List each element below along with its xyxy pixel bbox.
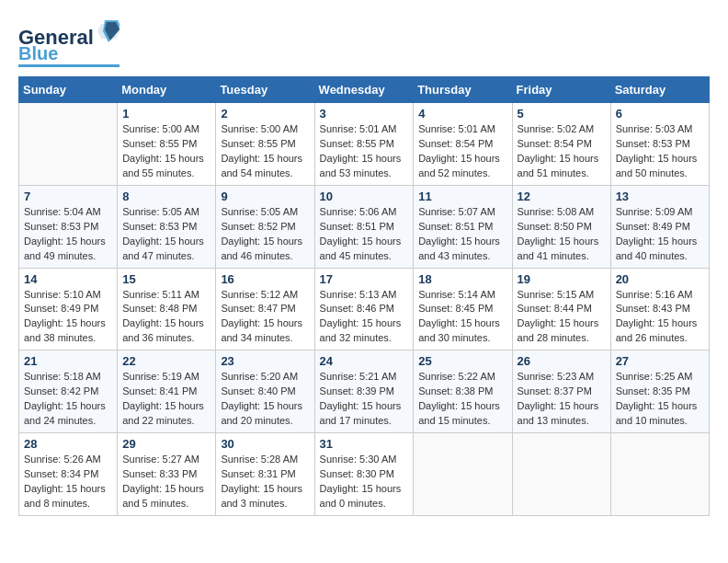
day-info: Sunrise: 5:27 AMSunset: 8:33 PMDaylight:… <box>122 453 210 511</box>
day-info: Sunrise: 5:22 AMSunset: 8:38 PMDaylight:… <box>418 370 506 429</box>
calendar-cell: 25Sunrise: 5:22 AMSunset: 8:38 PMDayligh… <box>414 350 512 433</box>
day-info: Sunrise: 5:00 AMSunset: 8:55 PMDaylight:… <box>122 122 210 181</box>
calendar-cell <box>512 433 610 516</box>
calendar-cell: 17Sunrise: 5:13 AMSunset: 8:46 PMDayligh… <box>314 268 414 350</box>
day-info: Sunrise: 5:21 AMSunset: 8:39 PMDaylight:… <box>320 370 409 429</box>
day-info: Sunrise: 5:30 AMSunset: 8:30 PMDaylight:… <box>320 453 409 511</box>
calendar-cell: 1Sunrise: 5:00 AMSunset: 8:55 PMDaylight… <box>118 103 216 186</box>
day-number: 2 <box>221 107 309 121</box>
day-info: Sunrise: 5:05 AMSunset: 8:52 PMDaylight:… <box>221 205 309 264</box>
day-number: 4 <box>418 107 506 121</box>
calendar-header-row: SundayMondayTuesdayWednesdayThursdayFrid… <box>19 77 710 103</box>
calendar-cell: 23Sunrise: 5:20 AMSunset: 8:40 PMDayligh… <box>216 350 314 433</box>
day-number: 8 <box>122 190 210 203</box>
day-info: Sunrise: 5:26 AMSunset: 8:34 PMDaylight:… <box>24 453 112 511</box>
calendar-cell: 6Sunrise: 5:03 AMSunset: 8:53 PMDaylight… <box>610 103 709 186</box>
day-number: 20 <box>616 272 704 286</box>
day-number: 19 <box>518 272 606 286</box>
page-header: General Blue <box>18 18 710 67</box>
calendar-cell: 24Sunrise: 5:21 AMSunset: 8:39 PMDayligh… <box>314 350 414 433</box>
calendar-cell <box>19 103 118 186</box>
day-info: Sunrise: 5:05 AMSunset: 8:53 PMDaylight:… <box>122 205 210 264</box>
day-info: Sunrise: 5:10 AMSunset: 8:49 PMDaylight:… <box>24 288 112 347</box>
calendar-cell: 16Sunrise: 5:12 AMSunset: 8:47 PMDayligh… <box>216 268 314 350</box>
day-number: 12 <box>518 190 606 203</box>
calendar-cell: 26Sunrise: 5:23 AMSunset: 8:37 PMDayligh… <box>512 350 610 433</box>
calendar-week-row: 7Sunrise: 5:04 AMSunset: 8:53 PMDaylight… <box>19 185 710 268</box>
calendar-cell: 29Sunrise: 5:27 AMSunset: 8:33 PMDayligh… <box>118 433 216 516</box>
calendar-cell: 12Sunrise: 5:08 AMSunset: 8:50 PMDayligh… <box>512 185 610 268</box>
day-info: Sunrise: 5:00 AMSunset: 8:55 PMDaylight:… <box>221 122 309 181</box>
day-number: 28 <box>24 437 112 451</box>
calendar-cell <box>414 433 512 516</box>
logo-divider <box>18 64 119 67</box>
calendar-table: SundayMondayTuesdayWednesdayThursdayFrid… <box>18 76 710 516</box>
calendar-cell: 18Sunrise: 5:14 AMSunset: 8:45 PMDayligh… <box>414 268 512 350</box>
day-number: 16 <box>221 272 309 286</box>
column-header-wednesday: Wednesday <box>314 77 414 103</box>
calendar-cell: 5Sunrise: 5:02 AMSunset: 8:54 PMDaylight… <box>512 103 610 186</box>
day-info: Sunrise: 5:12 AMSunset: 8:47 PMDaylight:… <box>221 288 309 347</box>
day-number: 30 <box>221 437 309 451</box>
day-info: Sunrise: 5:19 AMSunset: 8:41 PMDaylight:… <box>122 370 210 429</box>
calendar-week-row: 1Sunrise: 5:00 AMSunset: 8:55 PMDaylight… <box>19 103 710 186</box>
day-number: 18 <box>418 272 506 286</box>
day-number: 6 <box>616 107 704 121</box>
day-number: 11 <box>418 190 506 203</box>
column-header-sunday: Sunday <box>19 77 118 103</box>
day-info: Sunrise: 5:11 AMSunset: 8:48 PMDaylight:… <box>122 288 210 347</box>
day-info: Sunrise: 5:20 AMSunset: 8:40 PMDaylight:… <box>221 370 309 429</box>
day-info: Sunrise: 5:18 AMSunset: 8:42 PMDaylight:… <box>24 370 112 429</box>
day-number: 22 <box>122 354 210 368</box>
logo-icon <box>97 18 119 44</box>
day-number: 23 <box>221 354 309 368</box>
day-number: 21 <box>24 354 112 368</box>
column-header-monday: Monday <box>118 77 216 103</box>
day-info: Sunrise: 5:02 AMSunset: 8:54 PMDaylight:… <box>518 122 606 181</box>
calendar-cell: 22Sunrise: 5:19 AMSunset: 8:41 PMDayligh… <box>118 350 216 433</box>
calendar-week-row: 21Sunrise: 5:18 AMSunset: 8:42 PMDayligh… <box>19 350 710 433</box>
day-info: Sunrise: 5:25 AMSunset: 8:35 PMDaylight:… <box>616 370 704 429</box>
calendar-cell: 28Sunrise: 5:26 AMSunset: 8:34 PMDayligh… <box>19 433 118 516</box>
day-number: 24 <box>320 354 409 368</box>
day-info: Sunrise: 5:04 AMSunset: 8:53 PMDaylight:… <box>24 205 112 264</box>
day-info: Sunrise: 5:13 AMSunset: 8:46 PMDaylight:… <box>320 288 409 347</box>
day-number: 5 <box>518 107 606 121</box>
calendar-week-row: 14Sunrise: 5:10 AMSunset: 8:49 PMDayligh… <box>19 268 710 350</box>
day-number: 17 <box>320 272 409 286</box>
day-number: 1 <box>122 107 210 121</box>
day-info: Sunrise: 5:28 AMSunset: 8:31 PMDaylight:… <box>221 453 309 511</box>
day-info: Sunrise: 5:06 AMSunset: 8:51 PMDaylight:… <box>320 205 409 264</box>
calendar-cell: 11Sunrise: 5:07 AMSunset: 8:51 PMDayligh… <box>414 185 512 268</box>
logo-text-blue: Blue <box>18 44 58 63</box>
day-number: 9 <box>221 190 309 203</box>
day-info: Sunrise: 5:09 AMSunset: 8:49 PMDaylight:… <box>616 205 704 264</box>
column-header-thursday: Thursday <box>414 77 512 103</box>
day-info: Sunrise: 5:08 AMSunset: 8:50 PMDaylight:… <box>518 205 606 264</box>
day-info: Sunrise: 5:23 AMSunset: 8:37 PMDaylight:… <box>518 370 606 429</box>
calendar-cell: 15Sunrise: 5:11 AMSunset: 8:48 PMDayligh… <box>118 268 216 350</box>
day-number: 14 <box>24 272 112 286</box>
day-info: Sunrise: 5:03 AMSunset: 8:53 PMDaylight:… <box>616 122 704 181</box>
calendar-cell: 13Sunrise: 5:09 AMSunset: 8:49 PMDayligh… <box>610 185 709 268</box>
day-info: Sunrise: 5:16 AMSunset: 8:43 PMDaylight:… <box>616 288 704 347</box>
day-number: 10 <box>320 190 409 203</box>
calendar-cell: 7Sunrise: 5:04 AMSunset: 8:53 PMDaylight… <box>19 185 118 268</box>
day-number: 25 <box>418 354 506 368</box>
day-info: Sunrise: 5:14 AMSunset: 8:45 PMDaylight:… <box>418 288 506 347</box>
day-number: 26 <box>518 354 606 368</box>
day-number: 31 <box>320 437 409 451</box>
calendar-cell: 27Sunrise: 5:25 AMSunset: 8:35 PMDayligh… <box>610 350 709 433</box>
calendar-cell: 4Sunrise: 5:01 AMSunset: 8:54 PMDaylight… <box>414 103 512 186</box>
calendar-week-row: 28Sunrise: 5:26 AMSunset: 8:34 PMDayligh… <box>19 433 710 516</box>
column-header-tuesday: Tuesday <box>216 77 314 103</box>
day-info: Sunrise: 5:15 AMSunset: 8:44 PMDaylight:… <box>518 288 606 347</box>
calendar-cell: 14Sunrise: 5:10 AMSunset: 8:49 PMDayligh… <box>19 268 118 350</box>
calendar-cell <box>610 433 709 516</box>
calendar-cell: 30Sunrise: 5:28 AMSunset: 8:31 PMDayligh… <box>216 433 314 516</box>
column-header-saturday: Saturday <box>610 77 709 103</box>
day-number: 15 <box>122 272 210 286</box>
column-header-friday: Friday <box>512 77 610 103</box>
calendar-cell: 10Sunrise: 5:06 AMSunset: 8:51 PMDayligh… <box>314 185 414 268</box>
day-info: Sunrise: 5:01 AMSunset: 8:54 PMDaylight:… <box>418 122 506 181</box>
